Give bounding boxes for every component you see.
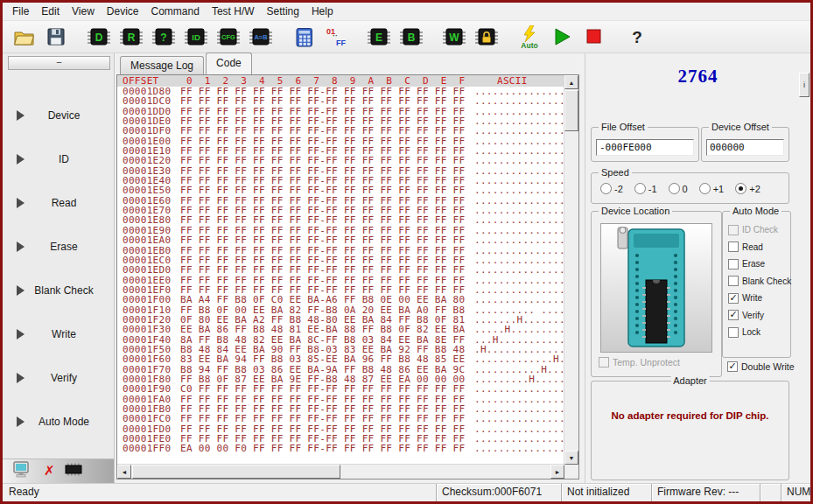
- blank-check-device-button[interactable]: ?: [150, 24, 178, 51]
- svg-text:R: R: [128, 32, 136, 44]
- horizontal-scrollbar[interactable]: ◄ ►: [117, 464, 564, 479]
- radio-icon: [634, 183, 646, 194]
- file-offset-label: File Offset: [599, 122, 648, 132]
- sidebar-item-erase[interactable]: Erase: [3, 238, 114, 256]
- auto-mode-group: Auto Mode ID CheckReadEraseBlank Check✓W…: [722, 211, 791, 358]
- erase-device-button[interactable]: E: [365, 24, 393, 51]
- vertical-scrollbar[interactable]: ▲ ▼: [564, 75, 578, 465]
- hex-offset: 00001EA0: [117, 235, 177, 245]
- blank-device-button[interactable]: B: [397, 24, 425, 51]
- speed-options: -2-10+1+2: [600, 183, 785, 194]
- scroll-down-button[interactable]: ▼: [564, 451, 578, 465]
- edit-buffer-button[interactable]: [290, 24, 318, 51]
- hex-row[interactable]: 00001FC0FF FF FF FF FF FF FF FF-FF FF FF…: [117, 414, 564, 424]
- hex-rows[interactable]: 00001D80FF FF FF FF FF FF FF FF-FF FF FF…: [117, 87, 564, 465]
- checkbox-label: Blank Check: [742, 276, 791, 286]
- help-button[interactable]: ?: [623, 24, 651, 51]
- select-device-button[interactable]: D: [85, 24, 113, 51]
- speed-option-2[interactable]: +2: [735, 183, 760, 194]
- double-write-checkbox[interactable]: ✓ Double Write: [727, 361, 795, 372]
- adapter-label: Adapter: [670, 375, 710, 386]
- checkbox-icon: [728, 276, 739, 286]
- sidebar-item-read[interactable]: Read: [3, 194, 114, 212]
- auto-mode-lock[interactable]: Lock: [728, 324, 788, 341]
- menu-item-test-h-w[interactable]: Test H/W: [206, 4, 261, 19]
- auto-mode-read[interactable]: Read: [728, 239, 788, 256]
- menu-item-setting[interactable]: Setting: [261, 4, 305, 19]
- auto-mode-write[interactable]: ✓Write: [728, 290, 788, 307]
- scrollbar-corner: [564, 465, 578, 479]
- config-button[interactable]: CFG: [214, 24, 242, 51]
- content-area: – DeviceIDReadEraseBlank CheckWriteVerif…: [3, 53, 810, 483]
- menu-item-edit[interactable]: Edit: [35, 4, 66, 19]
- sidebar-item-write[interactable]: Write: [3, 326, 114, 343]
- status-checksum: Checksum:000F6071: [436, 484, 561, 501]
- double-write-label: Double Write: [741, 361, 795, 372]
- checkbox-icon: [728, 327, 739, 338]
- menu-item-view[interactable]: View: [66, 4, 101, 19]
- hex-row[interactable]: 00001DC0FF FF FF FF FF FF FF FF-FF FF FF…: [117, 96, 564, 106]
- lock-device-button[interactable]: [473, 24, 501, 51]
- sidebar-item-auto-mode[interactable]: Auto Mode: [3, 413, 114, 430]
- scroll-right-button[interactable]: ►: [550, 465, 564, 479]
- sidebar-item-id[interactable]: ID: [3, 150, 114, 168]
- file-offset-input[interactable]: [596, 139, 694, 156]
- hex-bytes: FF FF FF FF FF FF FF FF-FF FF FF FF FF F…: [180, 265, 466, 275]
- read-device-button[interactable]: R: [117, 24, 145, 51]
- sidebar-commands: DeviceIDReadEraseBlank CheckWriteVerifyA…: [3, 107, 114, 430]
- toolbar: DR?IDCFGA=B01··FFEBWAuto?: [3, 21, 810, 53]
- device-location-group: Device Location Temp. Unprotect: [591, 211, 722, 377]
- run-button[interactable]: [548, 24, 576, 51]
- hex-row[interactable]: 00001ED0FF FF FF FF FF FF FF FF-FF FF FF…: [117, 265, 564, 275]
- menu-item-help[interactable]: Help: [305, 4, 340, 19]
- vertical-scroll-thumb[interactable]: [564, 90, 578, 131]
- selected-device-name: 2764: [585, 66, 810, 88]
- menu-bar: FileEditViewDeviceCommandTest H/WSetting…: [3, 3, 810, 21]
- menu-item-file[interactable]: File: [6, 4, 35, 19]
- hex-offset: 00001FC0: [117, 414, 177, 424]
- stop-button[interactable]: [580, 24, 608, 51]
- scroll-up-button[interactable]: ▲: [564, 75, 578, 89]
- menu-item-device[interactable]: Device: [101, 4, 145, 19]
- tab-message-log[interactable]: Message Log: [120, 56, 204, 74]
- hex-row[interactable]: 00001FF0EA 00 00 F0 FF FF FF FF-FF FF FF…: [117, 444, 564, 453]
- tab-code[interactable]: Code: [206, 52, 252, 74]
- open-button[interactable]: [10, 24, 38, 51]
- id-check-button[interactable]: ID: [182, 24, 210, 51]
- scroll-left-button[interactable]: ◄: [117, 465, 131, 479]
- hex-row[interactable]: 00001F00BA A4 FF B8 0F C0 EE BA-A6 FF B8…: [117, 295, 564, 304]
- speed-option-1[interactable]: -1: [634, 183, 657, 194]
- sidebar-item-blank-check[interactable]: Blank Check: [3, 282, 114, 299]
- computer-icon: [13, 461, 36, 482]
- save-button[interactable]: [42, 24, 70, 51]
- menu-item-command[interactable]: Command: [145, 4, 206, 19]
- auto-mode-verify[interactable]: ✓Verify: [728, 307, 788, 325]
- radio-icon: [735, 183, 746, 194]
- sidebar-collapse-button[interactable]: –: [8, 56, 110, 70]
- horizontal-scroll-thumb[interactable]: [132, 465, 340, 479]
- hex-header-offset: OFFSET: [117, 75, 177, 87]
- auto-program-button[interactable]: Auto: [515, 24, 543, 51]
- write-device-button[interactable]: W: [440, 24, 468, 51]
- auto-mode-blank-check[interactable]: Blank Check: [728, 273, 788, 290]
- svg-text:A=B: A=B: [254, 33, 268, 41]
- sidebar-item-device[interactable]: Device: [3, 107, 114, 124]
- device-offset-input[interactable]: [706, 139, 784, 156]
- sidebar-item-verify[interactable]: Verify: [3, 369, 114, 387]
- hex-row[interactable]: 00001F6083 EE BA 94 FF B8 03 85-EE BA 96…: [117, 354, 564, 364]
- checkbox-icon: [728, 259, 739, 270]
- speed-option-2[interactable]: -2: [600, 183, 623, 194]
- compare-buffer-button[interactable]: A=B: [247, 24, 275, 51]
- hex-row[interactable]: 00001F90C0 FF FF FF FF FF FF FF-FF FF FF…: [117, 384, 564, 394]
- speed-option-0[interactable]: 0: [669, 183, 688, 194]
- hex-row[interactable]: 00001F30EE BA 86 FF B8 48 81 EE-BA 88 FF…: [117, 325, 564, 334]
- buffer-area: Message LogCode OFFSET 0 1 2 3 4 5 6 7 8…: [115, 53, 585, 483]
- fill-buffer-button[interactable]: 01··FF: [322, 24, 350, 51]
- hex-row[interactable]: 00001EA0FF FF FF FF FF FF FF FF-FF FF FF…: [117, 235, 564, 245]
- auto-mode-erase[interactable]: Erase: [728, 256, 788, 273]
- sidebar-item-label: Verify: [25, 372, 114, 384]
- speed-option-1[interactable]: +1: [699, 183, 725, 194]
- hex-bytes: EA 00 00 F0 FF FF FF FF-FF FF FF FF FF F…: [180, 444, 466, 453]
- panel-side-button[interactable]: i: [799, 73, 809, 97]
- arrow-right-icon: [17, 198, 25, 208]
